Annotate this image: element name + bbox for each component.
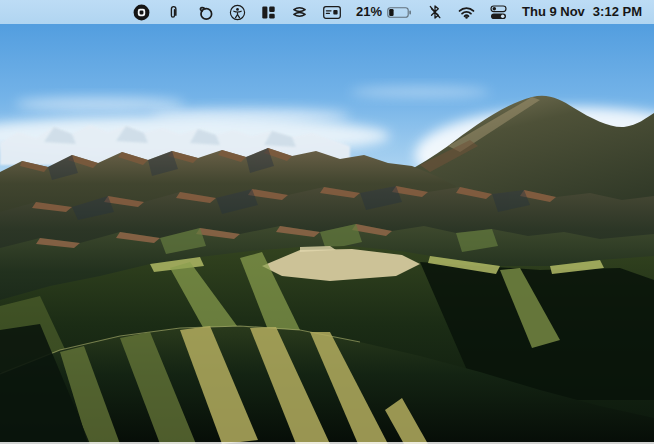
control-center-button[interactable] xyxy=(490,0,507,24)
captions-window-icon xyxy=(323,6,341,19)
battery-status[interactable]: 21% xyxy=(356,0,412,24)
battery-percent-label: 21% xyxy=(356,0,382,24)
loop-icon xyxy=(197,4,214,21)
desktop: 21% xyxy=(0,0,654,444)
menu-extra-accessibility[interactable] xyxy=(229,0,246,24)
menu-bar: 21% xyxy=(0,0,654,24)
menu-extra-loop[interactable] xyxy=(197,0,214,24)
menu-extra-record-stop[interactable] xyxy=(133,0,150,24)
menu-extra-captions-window[interactable] xyxy=(323,0,341,24)
paperclip-icon xyxy=(165,4,182,21)
menu-bar-clock[interactable]: Thu 9 Nov 3:12 PM xyxy=(522,0,642,24)
wifi-icon xyxy=(458,6,475,19)
menu-extra-paperclip[interactable] xyxy=(165,0,182,24)
menu-bar-date: Thu 9 Nov xyxy=(522,0,585,24)
record-stop-icon xyxy=(133,4,150,21)
wifi-status[interactable] xyxy=(458,0,475,24)
menu-extra-window-tiling[interactable] xyxy=(261,0,276,24)
layers-icon xyxy=(291,4,308,20)
menu-bar-status-items: 21% xyxy=(133,0,654,24)
menu-bar-time: 3:12 PM xyxy=(593,0,642,24)
desktop-wallpaper xyxy=(0,0,654,444)
bluetooth-status[interactable] xyxy=(427,0,443,24)
menu-extra-layers[interactable] xyxy=(291,0,308,24)
battery-icon xyxy=(387,6,412,19)
bluetooth-off-icon xyxy=(427,4,443,20)
accessibility-icon xyxy=(229,4,246,21)
window-tiling-icon xyxy=(261,5,276,20)
control-center-icon xyxy=(490,5,507,20)
